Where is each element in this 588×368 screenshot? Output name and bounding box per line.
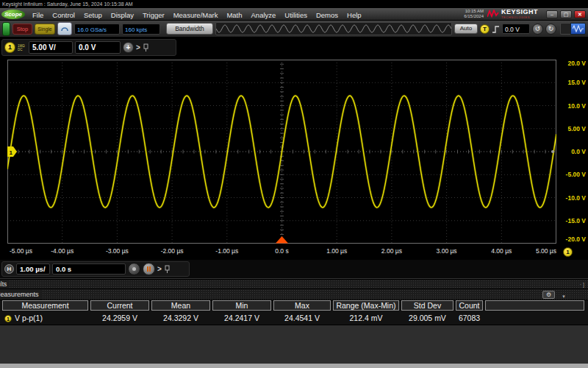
trigger-source-badge[interactable]: T bbox=[480, 24, 490, 34]
voltage-tick-label: 20.0 V bbox=[567, 60, 586, 67]
menu-analyze[interactable]: Analyze bbox=[247, 11, 281, 19]
mini-waveform-icon bbox=[573, 25, 584, 32]
time-tick-label: 3.00 µs bbox=[437, 247, 457, 255]
measurement-value-cell: 67083 bbox=[456, 313, 483, 324]
navigator-waveform-icon bbox=[216, 23, 451, 35]
column-header-range-max-min-: Range (Max-Min) bbox=[333, 300, 399, 311]
brand-subname: TECHNOLOGIES bbox=[501, 15, 538, 19]
voltage-tick-label: 0.0 V bbox=[571, 148, 586, 155]
channel-ground-marker[interactable]: 1 bbox=[7, 146, 17, 157]
zoom-mode-button[interactable] bbox=[128, 263, 140, 275]
measurement-value-cell: 24.2959 V bbox=[90, 313, 149, 324]
time-tick-label: -2.00 µs bbox=[161, 247, 184, 255]
time-axis: 1 -5.00 µs-4.00 µs-3.00 µs-2.00 µs-1.00 … bbox=[0, 244, 588, 260]
column-header-std-dev: Std Dev bbox=[401, 300, 453, 311]
measurements-panel-title: Measurements bbox=[0, 289, 41, 300]
column-header-min: Min bbox=[212, 300, 271, 311]
menu-demos[interactable]: Demos bbox=[312, 11, 343, 19]
vertical-scale-field[interactable]: 5.00 V/ bbox=[29, 41, 73, 54]
measurement-channel-badge: 1 bbox=[4, 315, 12, 322]
redo-icon[interactable]: ↻ bbox=[545, 24, 556, 35]
trigger-position-marker[interactable] bbox=[276, 236, 288, 244]
rising-edge-icon bbox=[492, 24, 500, 34]
menu-measuremark[interactable]: Measure/Mark bbox=[169, 11, 223, 19]
pause-icon[interactable] bbox=[143, 263, 155, 275]
measurements-table: MeasurementCurrentMeanMinMaxRange (Max-M… bbox=[0, 300, 588, 325]
time-tick-label: -1.00 µs bbox=[215, 247, 238, 255]
scope-app-icon[interactable]: Scope bbox=[1, 10, 25, 19]
bandwidth-button[interactable]: Bandwidth bbox=[166, 23, 213, 35]
time-tick-label: -3.00 µs bbox=[106, 247, 129, 255]
pin-icon[interactable] bbox=[143, 43, 149, 52]
voltage-tick-label: -15.0 V bbox=[566, 217, 586, 224]
sample-rate-field[interactable]: 16.0 GSa/s bbox=[74, 24, 120, 35]
column-header-max: Max bbox=[273, 300, 331, 311]
vertical-offset-field[interactable]: 0.0 V bbox=[75, 41, 121, 54]
measurement-value-cell: 24.4541 V bbox=[273, 313, 331, 324]
clock-time: 10:15 AM bbox=[464, 9, 484, 14]
voltage-tick-label: -5.00 V bbox=[566, 171, 586, 178]
results-panel-header[interactable]: Results · ] bbox=[0, 280, 588, 289]
menu-trigger[interactable]: Trigger bbox=[138, 11, 169, 19]
single-button[interactable]: Single bbox=[35, 24, 55, 35]
horizontal-badge[interactable]: H bbox=[4, 264, 14, 274]
time-tick-label: 2.00 µs bbox=[381, 247, 402, 255]
acquisition-toolbar: Stop Single 16.0 GSa/s 160 kpts Bandwidt… bbox=[0, 21, 588, 38]
memory-depth-field[interactable]: 160 kpts bbox=[122, 24, 160, 35]
add-channel-button[interactable]: + bbox=[123, 42, 134, 53]
voltage-tick-label: -10.0 V bbox=[566, 194, 586, 202]
undo-icon[interactable]: ↺ bbox=[532, 24, 543, 35]
column-header-mean: Mean bbox=[151, 300, 210, 311]
results-panel-title: Results bbox=[0, 280, 9, 289]
timebase-position-field[interactable]: 0.0 s bbox=[52, 263, 126, 275]
graticule[interactable]: 1 bbox=[7, 60, 556, 244]
time-tick-label: -4.00 µs bbox=[51, 247, 74, 255]
menu-control[interactable]: Control bbox=[48, 11, 79, 19]
chevron-down-icon[interactable]: ▼ bbox=[562, 291, 566, 300]
minimize-button[interactable]: – bbox=[546, 10, 558, 18]
menu-bar: Scope FileControlSetupDisplayTriggerMeas… bbox=[0, 8, 588, 21]
voltage-axis-labels: 20.0 V15.0 V10.0 V5.00 V0.0 V-5.00 V-10.… bbox=[556, 60, 587, 244]
column-header-empty bbox=[485, 300, 584, 311]
pin-icon[interactable] bbox=[164, 265, 171, 274]
time-tick-label: 1.00 µs bbox=[326, 247, 347, 255]
channel-1-panel: 1 1MΩ DC 5.00 V/ 0.0 V + > bbox=[1, 39, 176, 56]
time-axis-channel-badge[interactable]: 1 bbox=[563, 247, 573, 257]
voltage-tick-label: 15.0 V bbox=[567, 79, 586, 86]
menu-file[interactable]: File bbox=[28, 11, 48, 19]
measurements-panel-header[interactable]: Measurements ⚙ ▼ bbox=[0, 289, 588, 300]
maximize-button[interactable]: ▢ bbox=[560, 10, 572, 18]
oscilloscope-app-window: Keysight Infiniium : Saturday, June 15, … bbox=[0, 0, 588, 368]
waveform-display-toggle[interactable] bbox=[560, 23, 586, 35]
trigger-level-field[interactable]: 0.0 V bbox=[502, 24, 530, 34]
trigger-level-marker[interactable] bbox=[551, 150, 554, 153]
close-button[interactable]: ✕ bbox=[574, 10, 586, 18]
measurement-value-cell: 24.3292 V bbox=[151, 313, 210, 324]
time-tick-label: 0.0 s bbox=[275, 247, 288, 255]
expand-chevron-icon[interactable]: > bbox=[157, 266, 162, 273]
auto-trigger-button[interactable]: Auto bbox=[454, 24, 478, 34]
stop-button[interactable]: Stop bbox=[12, 24, 32, 35]
horizontal-navigator[interactable] bbox=[215, 22, 452, 35]
measurement-value-cell: 212.4 mV bbox=[333, 313, 399, 324]
channel-1-badge[interactable]: 1 bbox=[4, 42, 15, 53]
menu-setup[interactable]: Setup bbox=[79, 11, 107, 19]
results-panel-icons[interactable]: · ] bbox=[580, 280, 584, 289]
channel-bar: 1 1MΩ DC 5.00 V/ 0.0 V + > bbox=[0, 38, 588, 58]
menu-display[interactable]: Display bbox=[107, 11, 138, 19]
run-button[interactable] bbox=[2, 22, 10, 36]
menu-help[interactable]: Help bbox=[343, 11, 366, 19]
svg-text:1: 1 bbox=[10, 149, 13, 156]
menu-utilities[interactable]: Utilities bbox=[280, 11, 312, 19]
menu-items: FileControlSetupDisplayTriggerMeasure/Ma… bbox=[28, 7, 366, 21]
table-row: 1V p-p(1)24.2959 V24.3292 V24.2417 V24.4… bbox=[2, 313, 483, 324]
timebase-scale-field[interactable]: 1.00 µs/ bbox=[16, 263, 50, 275]
waveform-display-area[interactable]: 1 20.0 V15.0 V10.0 V5.00 V0.0 V-5.00 V-1… bbox=[0, 58, 588, 244]
waveform-toggle-left bbox=[560, 23, 570, 35]
menu-math[interactable]: Math bbox=[222, 11, 246, 19]
touch-icon[interactable] bbox=[57, 22, 72, 35]
expand-chevron-icon[interactable]: > bbox=[136, 44, 140, 52]
horizontal-bar: H 1.00 µs/ 0.0 s > bbox=[0, 260, 588, 279]
time-tick-label: 5.00 µs bbox=[536, 247, 556, 255]
gear-icon[interactable]: ⚙ bbox=[542, 291, 555, 299]
